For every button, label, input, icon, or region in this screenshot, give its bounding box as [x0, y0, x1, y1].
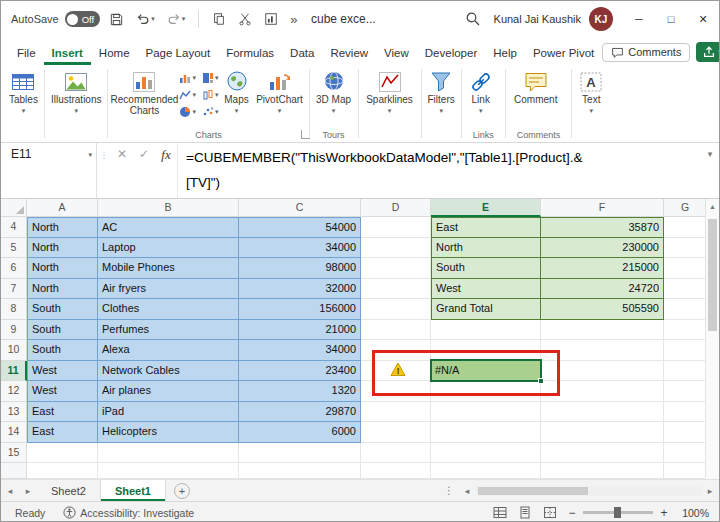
- column-header-G[interactable]: G: [664, 199, 707, 217]
- share-button[interactable]: ▾: [696, 42, 720, 62]
- cell-E8[interactable]: Grand Total: [431, 299, 541, 320]
- hierarchy-chart-button[interactable]: ▾: [201, 71, 220, 85]
- ribbon-tab-home[interactable]: Home: [91, 42, 138, 65]
- cell-F8[interactable]: 505590: [541, 299, 664, 320]
- user-name[interactable]: Kunal Jai Kaushik: [494, 13, 581, 25]
- add-sheet-button[interactable]: +: [174, 483, 190, 499]
- row-header-7[interactable]: 7: [1, 279, 27, 300]
- cell-G14[interactable]: [664, 422, 707, 443]
- cell-E15[interactable]: [431, 443, 541, 464]
- cell-E12[interactable]: [431, 381, 541, 402]
- close-button[interactable]: ✕: [687, 1, 719, 37]
- vertical-scrollbar-thumb[interactable]: [708, 219, 717, 331]
- charts-dialog-launcher[interactable]: [301, 130, 310, 139]
- cell-F9[interactable]: [541, 320, 664, 341]
- filters-button[interactable]: Filters ▾: [425, 67, 458, 115]
- cell-G13[interactable]: [664, 402, 707, 423]
- cell-F13[interactable]: [541, 402, 664, 423]
- cell-C5[interactable]: 34000: [239, 238, 361, 259]
- ribbon-tab-file[interactable]: File: [9, 42, 44, 65]
- cut-button[interactable]: [235, 10, 255, 28]
- cell-E6[interactable]: South: [431, 258, 541, 279]
- row-header-8[interactable]: 8: [1, 299, 27, 320]
- column-header-E[interactable]: E: [431, 199, 541, 217]
- page-break-view-button[interactable]: [541, 504, 559, 522]
- ribbon-tab-developer[interactable]: Developer: [417, 42, 485, 65]
- column-header-F[interactable]: F: [541, 199, 664, 217]
- normal-view-button[interactable]: [491, 504, 509, 522]
- undo-button[interactable]: ▾: [133, 10, 158, 28]
- cell-E14[interactable]: [431, 422, 541, 443]
- cell-B5[interactable]: Laptop: [98, 238, 239, 259]
- cell-E10[interactable]: [431, 340, 541, 361]
- cell-F14[interactable]: [541, 422, 664, 443]
- cell-B12[interactable]: Air planes: [98, 381, 239, 402]
- cell-A13[interactable]: East: [27, 402, 98, 423]
- cell-A5[interactable]: North: [27, 238, 98, 259]
- cell-A10[interactable]: South: [27, 340, 98, 361]
- row-header-4[interactable]: 4: [1, 217, 27, 238]
- zoom-in-button[interactable]: +: [658, 506, 670, 520]
- formula-bar-expand-icon[interactable]: ▾: [701, 143, 719, 198]
- cell-G7[interactable]: [664, 279, 707, 300]
- formula-input[interactable]: =CUBEMEMBER("ThisWorkbookDataModel","[Ta…: [177, 143, 701, 198]
- cell-D12[interactable]: [361, 381, 431, 402]
- zoom-slider-knob[interactable]: [614, 507, 621, 518]
- cell-G4[interactable]: [664, 217, 707, 238]
- tables-button[interactable]: Tables ▾: [6, 67, 41, 115]
- cell-C11[interactable]: 23400: [239, 361, 361, 382]
- maximize-button[interactable]: □: [655, 1, 687, 37]
- cell-A6[interactable]: North: [27, 258, 98, 279]
- zoom-out-button[interactable]: −: [566, 506, 578, 520]
- zoom-level[interactable]: 100%: [677, 507, 709, 519]
- cell-F11[interactable]: [541, 361, 664, 382]
- sparklines-button[interactable]: Sparklines ▾: [362, 67, 418, 115]
- formula-bar-splitter[interactable]: ⋮: [97, 143, 111, 198]
- select-all-corner[interactable]: [1, 199, 27, 217]
- cell-F-partial[interactable]: [541, 463, 664, 479]
- recommended-charts-button[interactable]: Recommended Charts: [111, 67, 177, 116]
- pivotchart-button[interactable]: PivotChart ▾: [254, 67, 306, 115]
- avatar[interactable]: KJ: [589, 7, 613, 31]
- column-header-B[interactable]: B: [98, 199, 239, 217]
- row-header-partial[interactable]: [1, 463, 27, 479]
- page-layout-view-button[interactable]: [516, 504, 534, 522]
- line-chart-button[interactable]: ▾: [178, 88, 197, 102]
- toolbar-overflow-button[interactable]: »: [287, 10, 300, 29]
- cell-D15[interactable]: [361, 443, 431, 464]
- cell-C15[interactable]: [239, 443, 361, 464]
- cell-F10[interactable]: [541, 340, 664, 361]
- map-3d-button[interactable]: 3D Map ▾: [313, 67, 355, 115]
- error-warning-button[interactable]: !: [390, 362, 406, 381]
- ribbon-tab-formulas[interactable]: Formulas: [218, 42, 282, 65]
- cell-A15[interactable]: [27, 443, 98, 464]
- cell-D8[interactable]: [361, 299, 431, 320]
- cell-F5[interactable]: 230000: [541, 238, 664, 259]
- cell-C13[interactable]: 29870: [239, 402, 361, 423]
- ribbon-tab-help[interactable]: Help: [485, 42, 525, 65]
- row-header-10[interactable]: 10: [1, 340, 27, 361]
- fill-handle[interactable]: [538, 378, 544, 384]
- ribbon-tab-data[interactable]: Data: [282, 42, 322, 65]
- sheet-tab-sheet2[interactable]: Sheet2: [37, 480, 101, 501]
- minimize-button[interactable]: ─: [623, 1, 655, 37]
- cell-B9[interactable]: Perfumes: [98, 320, 239, 341]
- tab-scroll-splitter[interactable]: ⋮: [444, 485, 454, 496]
- cell-C14[interactable]: 6000: [239, 422, 361, 443]
- sheet-tab-sheet1[interactable]: Sheet1: [101, 480, 166, 501]
- chart-shortcut-button[interactable]: [261, 10, 281, 28]
- row-header-13[interactable]: 13: [1, 402, 27, 423]
- autosave-toggle[interactable]: Off: [65, 11, 101, 27]
- cell-A-partial[interactable]: [27, 463, 98, 479]
- cell-A9[interactable]: South: [27, 320, 98, 341]
- text-button[interactable]: A Text ▾: [575, 67, 607, 115]
- cell-A12[interactable]: West: [27, 381, 98, 402]
- cell-A4[interactable]: North: [27, 217, 98, 238]
- column-header-A[interactable]: A: [27, 199, 98, 217]
- column-header-C[interactable]: C: [239, 199, 361, 217]
- cell-A14[interactable]: East: [27, 422, 98, 443]
- cell-B7[interactable]: Air fryers: [98, 279, 239, 300]
- cell-G15[interactable]: [664, 443, 707, 464]
- cell-D10[interactable]: [361, 340, 431, 361]
- cell-D14[interactable]: [361, 422, 431, 443]
